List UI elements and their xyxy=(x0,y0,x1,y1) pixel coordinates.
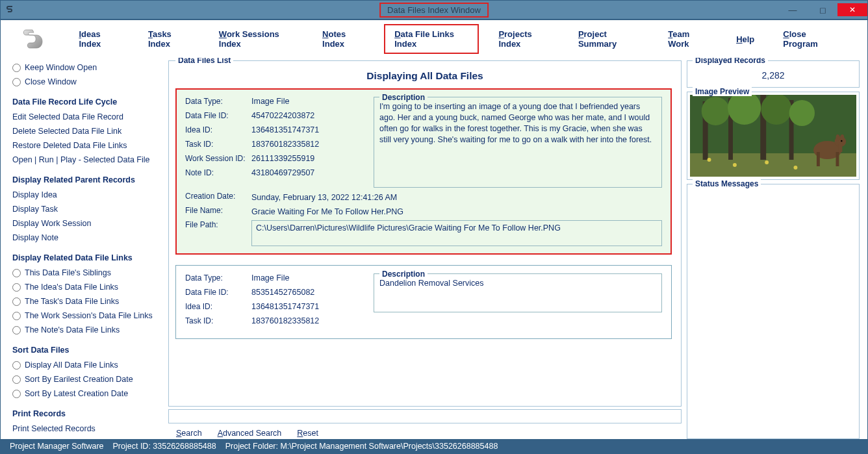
menu-data-file-links-index[interactable]: Data File Links Index xyxy=(384,24,479,54)
svg-point-21 xyxy=(794,166,798,170)
image-preview xyxy=(690,95,856,177)
status-messages-legend: Status Messages xyxy=(693,179,761,188)
window-title: Data Files Index Window xyxy=(379,3,489,18)
related-heading: Display Related Data File Links xyxy=(12,251,163,264)
parent-display-task[interactable]: Display Task xyxy=(12,202,163,216)
statusbar: Project Manager Software Project ID: 335… xyxy=(1,439,867,453)
svg-point-9 xyxy=(789,100,815,126)
description-text: Dandelion Removal Services xyxy=(379,278,656,289)
value-note_id: 43180469729507 xyxy=(251,168,314,177)
displayed-records-count: 2,282 xyxy=(694,70,852,81)
parent-display-work-session[interactable]: Display Work Session xyxy=(12,216,163,231)
menu-project-summary[interactable]: Project Summary xyxy=(569,25,648,53)
value-idea_id: 136481351747371 xyxy=(251,302,319,311)
list-title: Displaying All Data Files xyxy=(175,70,674,82)
label-data_type: Data Type: xyxy=(185,273,251,283)
image-preview-panel: Image Preview xyxy=(687,92,860,180)
the-task-s-data-file-links[interactable]: The Task's Data File Links xyxy=(12,294,163,309)
svg-point-6 xyxy=(702,97,730,125)
value-idea_id: 136481351747371 xyxy=(251,125,319,134)
close-button[interactable]: ✕ xyxy=(837,3,867,16)
menubar: Ideas IndexTasks IndexWork Sessions Inde… xyxy=(1,19,867,58)
sort-by-latest-creation-date[interactable]: Sort By Latest Creation Date xyxy=(12,386,163,401)
label-file_path: File Path: xyxy=(185,220,251,246)
value-file_path: C:\Users\Darren\Pictures\Wildlife Pictur… xyxy=(251,220,662,246)
search-input[interactable] xyxy=(168,409,682,423)
value-creation_date: Sunday, February 13, 2022 12:41:26 AM xyxy=(251,192,662,202)
parent-display-idea[interactable]: Display Idea xyxy=(12,188,163,202)
this-data-file-s-siblings[interactable]: This Data File's Siblings xyxy=(12,266,163,280)
label-creation_date: Creation Date: xyxy=(185,192,251,202)
menu-projects-index[interactable]: Projects Index xyxy=(489,25,558,53)
value-data_type: Image File xyxy=(251,273,289,283)
the-note-s-data-file-links[interactable]: The Note's Data File Links xyxy=(12,323,163,337)
svg-point-17 xyxy=(841,140,842,142)
keep-window-open[interactable]: Keep Window Open xyxy=(12,60,163,75)
status-project-folder: Project Folder: M:\Project Management So… xyxy=(225,442,498,451)
image-preview-legend: Image Preview xyxy=(693,87,752,96)
svg-point-18 xyxy=(708,158,711,162)
lifecycle-restore-deleted-data-file-links[interactable]: Restore Deleted Data File Links xyxy=(12,138,163,153)
minimize-button[interactable]: — xyxy=(778,3,808,16)
status-messages-panel: Status Messages xyxy=(687,184,860,439)
app-icon xyxy=(3,1,18,19)
app-logo-icon xyxy=(18,23,45,55)
records-scroll[interactable]: Data Type:Image FileData File ID:4547022… xyxy=(175,88,674,402)
value-file_name: Gracie Waiting For Me To Follow Her.PNG xyxy=(251,206,662,216)
label-data_file_id: Data File ID: xyxy=(185,288,251,297)
advanced-search-link[interactable]: Advanced Search xyxy=(218,429,282,438)
sidebar: Keep Window OpenClose Window Data File R… xyxy=(12,60,163,439)
lifecycle-delete-selected-data-file-link[interactable]: Delete Selected Data File Link xyxy=(12,124,163,138)
svg-point-8 xyxy=(761,95,791,125)
maximize-button[interactable]: ◻ xyxy=(808,3,837,16)
titlebar: Data Files Index Window — ◻ ✕ xyxy=(1,1,867,19)
the-work-session-s-data-file-links[interactable]: The Work Session's Data File Links xyxy=(12,309,163,323)
menu-close-program[interactable]: Close Program xyxy=(774,25,845,53)
label-idea_id: Idea ID: xyxy=(185,125,251,134)
print-print-selected-records[interactable]: Print Selected Records xyxy=(12,422,163,436)
label-data_type: Data Type: xyxy=(185,97,251,106)
description-text: I'm going to be inserting an image of a … xyxy=(379,101,656,145)
menu-ideas-index[interactable]: Ideas Index xyxy=(70,25,129,53)
menu-team-work[interactable]: Team Work xyxy=(659,25,717,53)
lifecycle-open-run-play-selected-data-file[interactable]: Open | Run | Play - Selected Data File xyxy=(12,153,163,167)
sort-by-earilest-creation-date[interactable]: Sort By Earilest Creation Date xyxy=(12,372,163,386)
menu-tasks-index[interactable]: Tasks Index xyxy=(139,25,199,53)
data-files-list-panel: Data Files List Displaying All Data File… xyxy=(168,60,682,407)
the-idea-s-data-file-links[interactable]: The Idea's Data File Links xyxy=(12,280,163,294)
svg-point-15 xyxy=(840,134,844,141)
value-task_id: 183760182335812 xyxy=(251,316,319,325)
lifecycle-heading: Data File Record Life Cycle xyxy=(12,95,163,108)
search-link[interactable]: Search xyxy=(176,429,202,438)
display-all-data-file-links[interactable]: Display All Data File Links xyxy=(12,358,163,372)
menu-work-sessions-index[interactable]: Work Sessions Index xyxy=(210,25,303,53)
description-legend: Description xyxy=(379,269,428,279)
print-heading: Print Records xyxy=(12,407,163,420)
label-note_id: Note ID: xyxy=(185,168,251,177)
close-window[interactable]: Close Window xyxy=(12,75,163,89)
menu-help[interactable]: Help xyxy=(727,31,763,48)
svg-rect-12 xyxy=(836,152,839,166)
list-legend: Data Files List xyxy=(175,58,233,65)
lifecycle-edit-selected-data-file-record[interactable]: Edit Selected Data File Record xyxy=(12,110,163,124)
data-file-record[interactable]: Data Type:Image FileData File ID:8535145… xyxy=(175,265,672,339)
svg-point-19 xyxy=(733,163,737,167)
menu-notes-index[interactable]: Notes Index xyxy=(313,25,374,53)
svg-point-20 xyxy=(765,160,769,164)
displayed-records-panel: Displayed Records 2,282 xyxy=(687,60,860,88)
label-work_session_id: Work Session ID: xyxy=(185,154,251,163)
displayed-records-legend: Displayed Records xyxy=(693,58,768,65)
parent-heading: Display Related Parent Records xyxy=(12,173,163,186)
reset-link[interactable]: Reset xyxy=(297,429,318,438)
label-task_id: Task ID: xyxy=(185,140,251,149)
value-data_file_id: 45470224203872 xyxy=(251,111,314,120)
data-file-record[interactable]: Data Type:Image FileData File ID:4547022… xyxy=(175,88,672,255)
value-data_file_id: 85351452765082 xyxy=(251,288,314,297)
parent-display-note[interactable]: Display Note xyxy=(12,231,163,245)
svg-point-16 xyxy=(836,134,839,141)
label-data_file_id: Data File ID: xyxy=(185,111,251,120)
label-task_id: Task ID: xyxy=(185,316,251,325)
sort-heading: Sort Data Files xyxy=(12,344,163,357)
status-app-name: Project Manager Software xyxy=(10,442,104,451)
status-project-id: Project ID: 33526268885488 xyxy=(113,442,216,451)
